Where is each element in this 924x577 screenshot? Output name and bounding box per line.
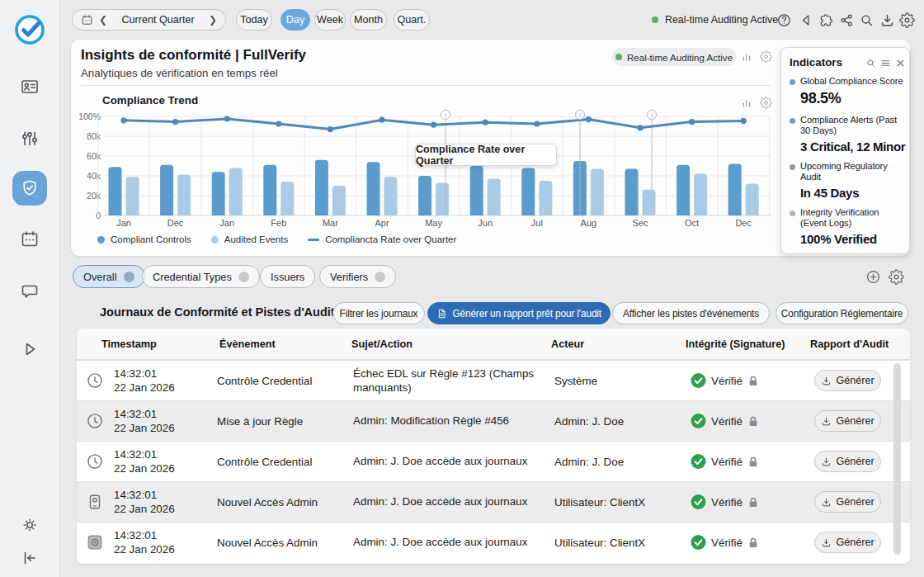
help-button[interactable] <box>776 12 792 28</box>
plus-circle-icon <box>865 269 881 285</box>
today-button[interactable]: Today <box>236 9 272 31</box>
generate-report-button[interactable]: Générer <box>814 451 881 472</box>
tab-verifiers[interactable]: Verifiers <box>319 265 396 288</box>
view-month-button[interactable]: Month <box>350 9 387 31</box>
row-time: 14:32:01 <box>114 489 157 501</box>
settings-button[interactable] <box>899 12 915 28</box>
generate-report-button[interactable]: Générer <box>814 491 881 513</box>
row-time: 14:32:01 <box>114 529 157 542</box>
sidebar-item-calendar[interactable] <box>20 229 40 249</box>
sidebar-item-filters[interactable] <box>20 129 40 149</box>
prev-period-icon[interactable]: ❮ <box>99 15 107 25</box>
sidebar-item-run[interactable] <box>20 339 40 359</box>
tabs-settings-button[interactable] <box>889 269 904 285</box>
lock-icon <box>747 456 759 467</box>
indicator-integrity: Integrity Verification (Event Logs) <box>790 207 906 229</box>
audit-log-table: Timestamp Évènement Sujet/Action Acteur … <box>77 329 910 564</box>
legend-item-compliant-controls[interactable]: Compliant Controls <box>97 234 191 244</box>
share-nodes-icon <box>839 12 855 28</box>
chart-title: Compliance Trend <box>102 94 198 106</box>
legend-item-audited-events[interactable]: Audited Events <box>211 234 288 244</box>
verified-check-icon <box>691 494 706 510</box>
row-date: 22 Jan 2026 <box>114 461 175 474</box>
app-window: ❮ Current Quarter ❯ Today Day Week Month… <box>0 0 924 577</box>
chart-type-button[interactable] <box>741 50 753 63</box>
generate-report-button[interactable]: Générer <box>814 410 881 432</box>
view-week-button[interactable]: Week <box>314 9 346 31</box>
show-event-trails-button[interactable]: Afficher les pistes d'événements <box>612 302 770 324</box>
extensions-button[interactable] <box>819 12 835 28</box>
table-row: 14:32:0122 Jan 2026 Contrôle Credential … <box>77 441 910 481</box>
generate-report-button[interactable]: Générer <box>814 370 881 391</box>
table-scrollbar[interactable] <box>893 363 901 555</box>
view-day-button[interactable]: Day <box>280 9 310 31</box>
back-nav-button[interactable] <box>799 12 814 28</box>
row-time: 14:32:01 <box>114 448 157 461</box>
indicators-close-button[interactable] <box>895 57 906 68</box>
theme-toggle[interactable] <box>20 515 40 535</box>
sidebar-item-messages[interactable] <box>20 281 40 301</box>
column-header-report: Rapport d'Audit <box>810 338 889 350</box>
status-label: Real-time Auditing Active <box>665 14 778 26</box>
lock-icon <box>747 496 759 508</box>
sidebar-item-credentials[interactable] <box>20 77 40 97</box>
generate-report-button[interactable]: Générer <box>814 532 881 553</box>
svg-text:Aug: Aug <box>581 218 597 228</box>
clock-icon <box>86 412 104 430</box>
sidebar-item-compliance-active[interactable] <box>12 171 47 206</box>
share-button[interactable] <box>839 12 855 28</box>
verified-check-icon <box>691 373 706 389</box>
bullet-icon <box>790 79 795 85</box>
gear-icon <box>760 50 772 63</box>
tab-issuers[interactable]: Issuers <box>260 265 315 288</box>
row-date: 22 Jan 2026 <box>114 421 175 433</box>
row-time: 14:32:01 <box>114 367 157 380</box>
close-icon <box>895 58 906 69</box>
indicator-upcoming-audit-value: In 45 Days <box>800 186 906 200</box>
row-time: 14:32:01 <box>114 408 157 420</box>
next-period-icon[interactable]: ❯ <box>209 15 217 25</box>
row-event: Mise à jour Règle <box>217 415 303 428</box>
collapse-sidebar-button[interactable] <box>20 548 40 568</box>
table-row: 14:32:0122 Jan 2026 Contrôle Credential … <box>77 360 910 400</box>
integrity-status: Vérifié <box>711 456 742 468</box>
regulatory-config-button[interactable]: Configuration Réglementaire <box>776 302 908 324</box>
download-icon <box>879 12 895 28</box>
date-range-selector[interactable]: ❮ Current Quarter ❯ <box>72 9 226 31</box>
triangle-left-icon <box>799 12 814 28</box>
date-range-label: Current Quarter <box>113 14 203 26</box>
table-row: 14:32:0122 Jan 2026 Nouvel Accès Admin A… <box>77 481 910 522</box>
search-button[interactable] <box>859 12 874 28</box>
row-actor: Utilisateur: ClientX <box>554 496 645 508</box>
legend-item-compliance-rate[interactable]: Compliancta Rate over Quarter <box>308 234 456 244</box>
panel-settings-button[interactable] <box>760 50 772 63</box>
integrity-status: Vérifié <box>711 375 742 387</box>
gear-icon <box>889 269 904 285</box>
view-quarter-button[interactable]: Quart. <box>394 9 430 31</box>
generate-audit-report-button[interactable]: Générer un rapport prêt pour l'audit <box>427 302 610 324</box>
row-subject: Admin: J. Doe accède aux journaux <box>353 495 544 509</box>
page-title: Insights de conformité | FullVerify <box>81 47 306 64</box>
legend-swatch-rate <box>308 239 319 241</box>
logo-check-icon <box>13 13 46 46</box>
indicators-search-button[interactable] <box>865 57 876 68</box>
download-icon <box>821 416 832 427</box>
tab-overall[interactable]: Overall <box>73 265 145 288</box>
filter-logs-button[interactable]: Filtrer les journaux <box>332 302 425 324</box>
tab-credential-types[interactable]: Credential Types <box>142 265 260 288</box>
download-icon <box>821 497 832 508</box>
column-header-actor: Acteur <box>551 338 584 350</box>
row-actor: Utilisateur: ClientX <box>554 537 645 549</box>
collapse-left-icon <box>20 548 40 568</box>
add-tab-button[interactable] <box>865 269 881 285</box>
chart-legend: Compliant Controls Audited Events Compli… <box>97 234 456 244</box>
page-subtitle: Analytiques de vérification en temps rée… <box>81 67 278 79</box>
auditing-status-badge: Real-time Auditing Active <box>612 48 736 66</box>
svg-text:Jun: Jun <box>478 218 493 228</box>
logs-section-title: Journaux de Conformité et Pistes d'Audit <box>100 305 335 319</box>
download-button[interactable] <box>879 12 895 28</box>
gear-icon <box>899 12 915 28</box>
legend-swatch-audited <box>211 236 219 244</box>
app-logo[interactable] <box>13 13 46 46</box>
indicators-menu-button[interactable] <box>880 57 891 68</box>
